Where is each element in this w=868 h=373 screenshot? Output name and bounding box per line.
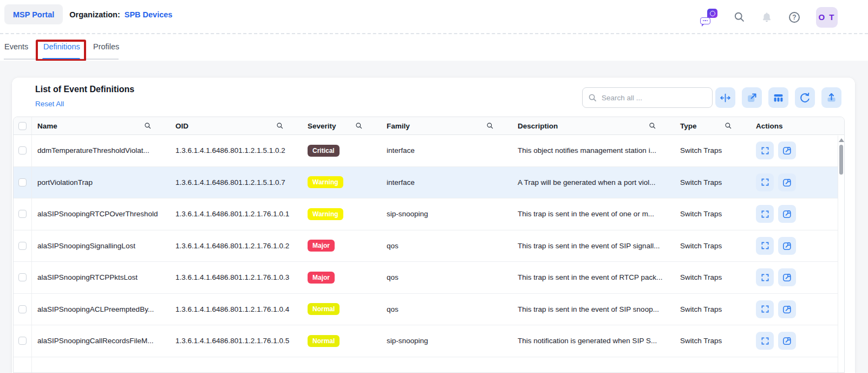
page-title: List of Event Definitions bbox=[35, 85, 134, 94]
cell-type: Switch Traps bbox=[675, 210, 750, 218]
expand-icon bbox=[760, 336, 770, 346]
cell-type: Switch Traps bbox=[675, 337, 750, 345]
top-bar-actions: ? O T bbox=[700, 0, 838, 34]
columns-button[interactable] bbox=[768, 87, 788, 108]
expand-row-button[interactable] bbox=[756, 300, 774, 318]
fit-width-button[interactable] bbox=[715, 87, 735, 108]
expand-icon bbox=[760, 273, 770, 282]
severity-badge: Major bbox=[308, 240, 335, 252]
scroll-up-arrow[interactable] bbox=[839, 138, 844, 142]
user-avatar[interactable]: O T bbox=[816, 7, 838, 28]
table-row[interactable]: portViolationTrap 1.3.6.1.4.1.6486.801.1… bbox=[14, 167, 844, 199]
tab-events[interactable]: Events bbox=[4, 42, 28, 51]
table-row[interactable]: alaSIPSnoopingACLPreemptedBy... 1.3.6.1.… bbox=[14, 294, 844, 326]
table-scrollbar[interactable] bbox=[838, 136, 844, 372]
tab-profiles[interactable]: Profiles bbox=[93, 42, 119, 51]
column-search-icon[interactable] bbox=[486, 122, 494, 130]
content-area: List of Event Definitions Reset All bbox=[0, 61, 868, 373]
search-all-box bbox=[582, 87, 713, 108]
cell-description: A Trap will be generated when a port vio… bbox=[512, 178, 675, 186]
cell-oid: 1.3.6.1.4.1.6486.801.1.2.1.76.1.0.5 bbox=[170, 337, 302, 345]
popout-button[interactable] bbox=[742, 87, 762, 108]
edit-icon bbox=[782, 304, 792, 314]
msp-portal-screen: MSP Portal Organization: SPB Devices ? O… bbox=[0, 0, 868, 373]
cell-description: This trap is sent in the event of SIP si… bbox=[512, 242, 675, 250]
refresh-button[interactable] bbox=[795, 87, 815, 108]
tab-definitions[interactable]: Definitions bbox=[43, 42, 80, 51]
table-row[interactable]: alaSIPSnoopingSignallingLost 1.3.6.1.4.1… bbox=[14, 230, 844, 262]
refresh-icon bbox=[799, 92, 811, 104]
expand-row-button[interactable] bbox=[756, 205, 774, 223]
cell-name: alaSIPSnoopingSignallingLost bbox=[32, 242, 170, 250]
table-row[interactable]: alaSIPSnoopingRTCPPktsLost 1.3.6.1.4.1.6… bbox=[14, 262, 844, 294]
column-header-name: Name bbox=[37, 122, 57, 130]
top-bar-left: MSP Portal Organization: SPB Devices bbox=[4, 4, 172, 24]
cell-name: alaSIPSnoopingRTCPPktsLost bbox=[32, 273, 170, 281]
column-search-icon[interactable] bbox=[649, 122, 656, 130]
ai-chat-icon[interactable] bbox=[700, 9, 717, 26]
table-row[interactable]: alaSIPSnoopingCallRecordsFileM... 1.3.6.… bbox=[14, 325, 844, 357]
severity-badge: Normal bbox=[308, 335, 340, 347]
expand-row-button[interactable] bbox=[756, 237, 774, 255]
column-search-icon[interactable] bbox=[276, 122, 284, 130]
cell-family: qos bbox=[381, 242, 512, 250]
edit-row-button[interactable] bbox=[778, 332, 796, 350]
columns-icon bbox=[773, 92, 784, 104]
column-search-icon[interactable] bbox=[144, 122, 152, 130]
help-icon[interactable]: ? bbox=[788, 11, 800, 23]
scrollbar-thumb[interactable] bbox=[839, 145, 843, 175]
row-checkbox[interactable] bbox=[18, 178, 27, 186]
msp-portal-button[interactable]: MSP Portal bbox=[4, 4, 63, 24]
column-search-icon[interactable] bbox=[355, 122, 363, 130]
expand-icon bbox=[760, 209, 770, 219]
cell-type: Switch Traps bbox=[675, 146, 750, 155]
cell-name: alaSIPSnoopingACLPreemptedBy... bbox=[32, 305, 170, 313]
search-all-input[interactable] bbox=[602, 94, 707, 102]
cell-description: This trap is sent in the event of RTCP p… bbox=[512, 273, 675, 281]
edit-row-button[interactable] bbox=[778, 142, 796, 159]
column-header-type: Type bbox=[680, 122, 697, 130]
table-row[interactable]: ddmTemperatureThresholdViolat... 1.3.6.1… bbox=[14, 135, 844, 167]
row-checkbox[interactable] bbox=[18, 305, 27, 313]
row-checkbox[interactable] bbox=[18, 273, 27, 281]
expand-row-button[interactable] bbox=[756, 142, 774, 159]
table-row[interactable]: alaSIPSnoopingRTCPOverThreshold 1.3.6.1.… bbox=[14, 198, 844, 230]
edit-row-button[interactable] bbox=[778, 268, 796, 286]
expand-icon bbox=[760, 304, 770, 314]
organization-name-link[interactable]: SPB Devices bbox=[125, 10, 173, 19]
cell-name: alaSIPSnoopingRTCPOverThreshold bbox=[32, 210, 170, 218]
cell-name: alaSIPSnoopingCallRecordsFileM... bbox=[32, 337, 170, 345]
column-header-oid: OID bbox=[175, 122, 188, 130]
column-header-severity: Severity bbox=[308, 122, 336, 130]
table-row[interactable] bbox=[14, 357, 844, 373]
expand-row-button[interactable] bbox=[756, 332, 774, 350]
edit-icon bbox=[782, 336, 792, 346]
cell-type: Switch Traps bbox=[675, 273, 750, 281]
expand-row-button[interactable] bbox=[756, 268, 774, 286]
row-checkbox[interactable] bbox=[18, 242, 27, 250]
search-icon[interactable] bbox=[733, 11, 745, 23]
expand-icon bbox=[760, 241, 770, 250]
edit-row-button[interactable] bbox=[778, 205, 796, 223]
severity-badge: Major bbox=[308, 272, 335, 284]
row-checkbox[interactable] bbox=[18, 210, 27, 218]
fit-width-icon bbox=[720, 92, 731, 104]
severity-badge: Critical bbox=[308, 145, 340, 157]
search-icon bbox=[588, 93, 597, 102]
expand-row-button[interactable] bbox=[756, 173, 774, 191]
edit-row-button[interactable] bbox=[778, 300, 796, 318]
cell-family: sip-snooping bbox=[381, 337, 512, 345]
bell-icon[interactable] bbox=[761, 11, 773, 23]
edit-row-button[interactable] bbox=[778, 237, 796, 255]
upload-button[interactable] bbox=[821, 87, 841, 108]
row-checkbox[interactable] bbox=[18, 146, 27, 155]
cell-oid: 1.3.6.1.4.1.6486.801.1.2.1.76.1.0.4 bbox=[170, 305, 302, 313]
row-checkbox[interactable] bbox=[18, 337, 27, 345]
severity-badge: Normal bbox=[308, 303, 340, 315]
cell-oid: 1.3.6.1.4.1.6486.801.1.2.1.76.1.0.1 bbox=[170, 210, 302, 218]
edit-icon bbox=[782, 145, 792, 156]
select-all-checkbox[interactable] bbox=[18, 122, 27, 130]
column-search-icon[interactable] bbox=[725, 122, 732, 130]
reset-all-link[interactable]: Reset All bbox=[35, 100, 64, 108]
edit-row-button[interactable] bbox=[778, 173, 796, 191]
